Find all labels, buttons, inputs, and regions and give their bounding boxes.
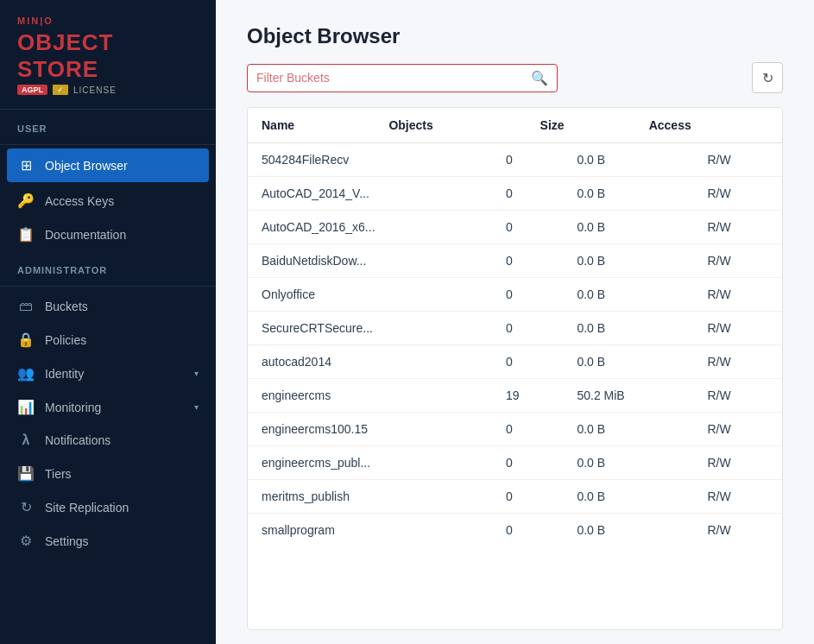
cell-name: AutoCAD_2016_x6... bbox=[248, 211, 492, 244]
sidebar-item-settings[interactable]: ⚙ Settings bbox=[0, 524, 216, 558]
logo-product-name: OBJECT STORE bbox=[17, 29, 199, 83]
settings-icon: ⚙ bbox=[17, 533, 35, 549]
logo-object: OBJECT bbox=[17, 29, 113, 55]
identity-icon: 👥 bbox=[17, 365, 35, 382]
sidebar-item-monitoring[interactable]: 📊 Monitoring ▾ bbox=[0, 390, 216, 424]
cell-access: R/W bbox=[693, 244, 782, 278]
documentation-icon: 📋 bbox=[17, 226, 35, 243]
user-divider bbox=[0, 144, 216, 145]
cell-access: R/W bbox=[693, 177, 782, 211]
refresh-icon: ↻ bbox=[762, 70, 773, 86]
cell-size: 0.0 B bbox=[563, 446, 693, 480]
cell-name: engineercms bbox=[248, 379, 492, 413]
main-content: Object Browser 🔍 ↻ Name Objects Size Acc… bbox=[216, 0, 814, 644]
cell-objects: 0 bbox=[492, 211, 563, 244]
cell-access: R/W bbox=[693, 278, 782, 312]
site-replication-icon: ↻ bbox=[17, 499, 35, 515]
object-browser-icon: ⊞ bbox=[17, 157, 35, 174]
col-size: Size bbox=[527, 108, 635, 143]
cell-size: 0.0 B bbox=[563, 143, 693, 177]
identity-chevron-icon: ▾ bbox=[194, 369, 199, 378]
cell-objects: 0 bbox=[492, 244, 563, 278]
buckets-icon: 🗃 bbox=[17, 299, 35, 314]
cell-size: 0.0 B bbox=[563, 514, 693, 547]
cell-name: BaiduNetdiskDow... bbox=[248, 244, 492, 278]
cell-access: R/W bbox=[693, 312, 782, 345]
page-header: Object Browser bbox=[216, 0, 814, 62]
cell-size: 0.0 B bbox=[563, 312, 693, 345]
cell-objects: 0 bbox=[492, 413, 563, 446]
logo-minio-text: MIN|O bbox=[17, 16, 54, 26]
cell-size: 0.0 B bbox=[563, 413, 693, 446]
sidebar-item-access-keys[interactable]: 🔑 Access Keys bbox=[0, 184, 216, 218]
sidebar-item-monitoring-label: Monitoring bbox=[45, 401, 184, 414]
sidebar-item-site-replication[interactable]: ↻ Site Replication bbox=[0, 490, 216, 524]
logo-license-row: AGPL ✓ LICENSE bbox=[17, 85, 199, 95]
table-row[interactable]: AutoCAD_2014_V... 0 0.0 B R/W bbox=[248, 177, 782, 211]
table-row[interactable]: 504284FileRecv 0 0.0 B R/W bbox=[248, 143, 782, 177]
cell-access: R/W bbox=[693, 480, 782, 514]
buckets-table-container: Name Objects Size Access 504284FileRecv … bbox=[247, 107, 783, 630]
cell-size: 0.0 B bbox=[563, 244, 693, 278]
admin-section-label: Administrator bbox=[0, 251, 216, 282]
table-row[interactable]: engineercms_publ... 0 0.0 B R/W bbox=[248, 446, 782, 480]
table-row[interactable]: meritms_publish 0 0.0 B R/W bbox=[248, 480, 782, 514]
sidebar-item-documentation[interactable]: 📋 Documentation bbox=[0, 218, 216, 251]
cell-access: R/W bbox=[693, 345, 782, 379]
sidebar-item-site-replication-label: Site Replication bbox=[45, 501, 199, 515]
sidebar-item-tiers-label: Tiers bbox=[45, 467, 199, 481]
cell-name: 504284FileRecv bbox=[248, 143, 492, 177]
buckets-table: Name Objects Size Access bbox=[248, 108, 782, 143]
sidebar-item-identity-label: Identity bbox=[45, 367, 184, 381]
table-row[interactable]: Onlyoffice 0 0.0 B R/W bbox=[248, 278, 782, 312]
cell-size: 0.0 B bbox=[563, 480, 693, 514]
table-header-row: Name Objects Size Access bbox=[248, 108, 782, 143]
cell-objects: 0 bbox=[492, 143, 563, 177]
admin-section: Administrator 🗃 Buckets 🔒 Policies 👥 Ide… bbox=[0, 251, 216, 558]
table-row[interactable]: BaiduNetdiskDow... 0 0.0 B R/W bbox=[248, 244, 782, 278]
table-scroll-area[interactable]: 504284FileRecv 0 0.0 B R/W AutoCAD_2014_… bbox=[248, 143, 782, 546]
table-row[interactable]: engineercms100.15 0 0.0 B R/W bbox=[248, 413, 782, 446]
sidebar-item-policies[interactable]: 🔒 Policies bbox=[0, 323, 216, 357]
table-row[interactable]: engineercms 19 50.2 MiB R/W bbox=[248, 379, 782, 413]
sidebar-item-documentation-label: Documentation bbox=[45, 228, 199, 242]
page-title: Object Browser bbox=[247, 24, 783, 48]
table-section: Name Objects Size Access 504284FileRecv … bbox=[216, 107, 814, 644]
sidebar-item-settings-label: Settings bbox=[45, 534, 199, 548]
table-header: Name Objects Size Access bbox=[248, 108, 782, 143]
cell-access: R/W bbox=[693, 514, 782, 547]
table-row[interactable]: smallprogram 0 0.0 B R/W bbox=[248, 514, 782, 547]
logo-store: STORE bbox=[17, 56, 98, 82]
cell-objects: 0 bbox=[492, 446, 563, 480]
sidebar-item-buckets[interactable]: 🗃 Buckets bbox=[0, 290, 216, 323]
filter-buckets-input[interactable] bbox=[256, 71, 524, 85]
logo-license-text: LICENSE bbox=[73, 85, 117, 95]
sidebar-item-notifications[interactable]: λ Notifications bbox=[0, 424, 216, 457]
sidebar-item-object-browser[interactable]: ⊞ Object Browser bbox=[7, 148, 209, 182]
refresh-button[interactable]: ↻ bbox=[752, 62, 783, 93]
cell-name: meritms_publish bbox=[248, 480, 492, 514]
cell-access: R/W bbox=[693, 413, 782, 446]
cell-objects: 19 bbox=[492, 379, 563, 413]
search-icon: 🔍 bbox=[531, 70, 548, 86]
cell-access: R/W bbox=[693, 143, 782, 177]
monitoring-icon: 📊 bbox=[17, 399, 35, 415]
sidebar-item-access-keys-label: Access Keys bbox=[45, 194, 199, 208]
filter-input-container[interactable]: 🔍 bbox=[247, 64, 558, 92]
admin-divider bbox=[0, 286, 216, 287]
cell-access: R/W bbox=[693, 446, 782, 480]
monitoring-chevron-icon: ▾ bbox=[194, 402, 199, 412]
table-row[interactable]: SecureCRTSecure... 0 0.0 B R/W bbox=[248, 312, 782, 345]
cell-name: SecureCRTSecure... bbox=[248, 312, 492, 345]
sidebar-item-identity[interactable]: 👥 Identity ▾ bbox=[0, 357, 216, 390]
sidebar-item-tiers[interactable]: 💾 Tiers bbox=[0, 457, 216, 490]
table-body: 504284FileRecv 0 0.0 B R/W AutoCAD_2014_… bbox=[248, 143, 782, 546]
table-row[interactable]: autocad2014 0 0.0 B R/W bbox=[248, 345, 782, 379]
cell-size: 50.2 MiB bbox=[563, 379, 693, 413]
col-access: Access bbox=[635, 108, 782, 143]
logo-area: MIN|O OBJECT STORE AGPL ✓ LICENSE bbox=[0, 0, 216, 110]
sidebar-item-buckets-label: Buckets bbox=[45, 300, 199, 313]
table-row[interactable]: AutoCAD_2016_x6... 0 0.0 B R/W bbox=[248, 211, 782, 244]
buckets-table-body: 504284FileRecv 0 0.0 B R/W AutoCAD_2014_… bbox=[248, 143, 782, 546]
cell-objects: 0 bbox=[492, 480, 563, 514]
